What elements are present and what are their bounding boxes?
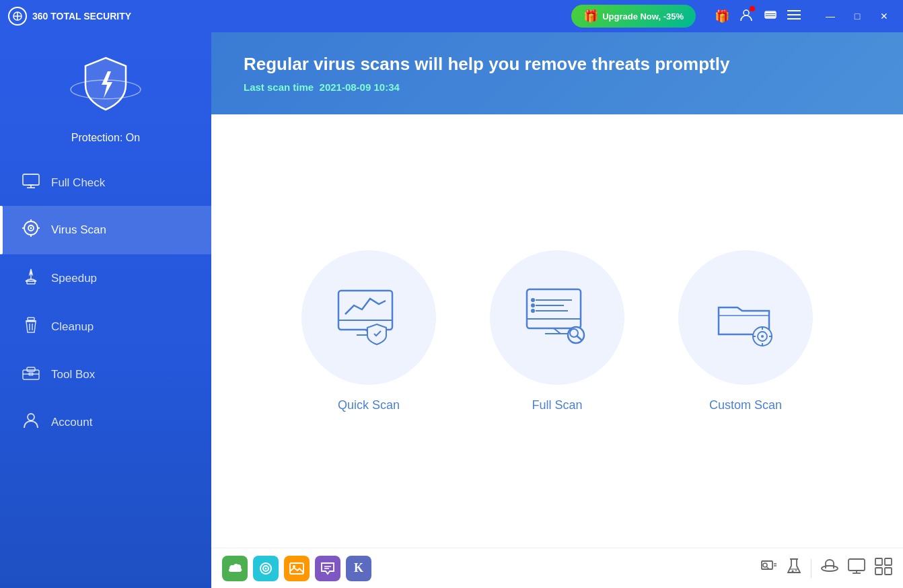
window-controls: — □ ✕ [820,5,895,27]
app-image[interactable] [284,556,310,581]
sidebar-item-full-check[interactable]: Full Check [0,160,211,206]
titlebar-center: 🎁 Upgrade Now, -35% 🎁 [571,5,895,28]
custom-scan-icon [705,284,786,351]
app-ring[interactable] [253,556,279,581]
svg-rect-81 [875,558,882,565]
sidebar-label-account: Account [51,416,92,429]
logo-icon [8,7,27,26]
custom-scan-card[interactable]: Custom Scan [678,250,813,412]
maximize-button[interactable]: □ [846,5,868,27]
svg-point-73 [792,570,794,572]
notification-dot [750,6,755,11]
bottom-bar: K [211,548,903,588]
minimize-button[interactable]: — [820,5,841,27]
svg-point-47 [531,303,535,307]
shield-icon [65,46,146,126]
app-logo: 360 TOTAL SECURITY [8,7,571,26]
svg-rect-84 [885,568,892,575]
sidebar-item-virus-scan[interactable]: Virus Scan [0,206,211,254]
sidebar: Protection: On Full Check [0,32,211,588]
quick-scan-label: Quick Scan [338,398,400,412]
custom-scan-circle [678,250,813,385]
account-icon [22,412,40,433]
svg-rect-63 [290,563,303,574]
content-area: Regular virus scans will help you remove… [211,32,903,588]
full-scan-card[interactable]: Full Scan [490,250,624,412]
last-scan-prefix: Last scan time [244,81,314,93]
sidebar-label-toolbox: Tool Box [51,368,95,381]
svg-point-3 [744,10,749,15]
virus-scan-icon [22,219,40,241]
svg-point-75 [822,566,838,571]
user-button[interactable] [739,7,754,26]
svg-rect-25 [28,318,34,320]
app-k[interactable]: K [346,556,371,581]
sidebar-item-cleanup[interactable]: Cleanup [0,303,211,351]
svg-rect-31 [29,373,33,375]
tool-grid-icon[interactable] [875,558,892,579]
app-cloud[interactable] [222,556,248,581]
sidebar-label-speedup: Speedup [51,272,97,285]
svg-point-62 [265,567,267,569]
sidebar-label-full-check: Full Check [51,176,105,190]
app-chat[interactable] [315,556,340,581]
upgrade-label: Upgrade Now, -35% [602,11,684,22]
app-name: 360 TOTAL SECURITY [32,11,131,22]
tool-flask-icon[interactable] [787,558,801,579]
divider [811,559,811,578]
hero-title: Regular virus scans will help you remove… [244,54,871,75]
sidebar-item-speedup[interactable]: Speedup [0,254,211,303]
gift-icon: 🎁 [583,9,598,24]
quick-scan-icon [328,284,409,351]
hero-subtitle: Last scan time 2021-08-09 10:34 [244,81,871,93]
svg-rect-82 [885,558,892,565]
svg-rect-29 [27,367,35,371]
svg-rect-38 [527,289,581,328]
svg-point-32 [28,414,34,420]
svg-rect-77 [848,559,865,571]
sidebar-item-toolbox[interactable]: Tool Box [0,351,211,398]
custom-scan-label: Custom Scan [709,398,782,412]
tool-monitor-icon[interactable] [848,558,865,579]
tool-search-icon[interactable] [761,558,777,579]
titlebar-actions: 🎁 [715,7,801,26]
gift-button[interactable]: 🎁 [715,9,729,24]
svg-point-48 [531,309,535,313]
theme-button[interactable] [763,7,778,26]
shield-container: Protection: On [65,46,146,144]
scan-options: Quick Scan [211,114,903,548]
svg-point-59 [761,335,764,338]
quick-scan-circle [301,250,436,385]
protection-status: Protection: On [71,132,140,144]
nav-items: Full Check Virus Scan [0,160,211,447]
svg-rect-9 [23,174,39,185]
bottom-apps: K [222,556,371,581]
sidebar-item-account[interactable]: Account [0,398,211,447]
speedup-icon [22,268,40,289]
last-scan-time: 2021-08-09 10:34 [320,81,400,93]
full-scan-icon [517,284,598,351]
svg-rect-33 [338,291,392,330]
svg-rect-83 [875,568,882,575]
tool-hat-icon[interactable] [821,559,838,578]
sidebar-label-virus-scan: Virus Scan [51,223,106,237]
full-scan-circle [490,250,624,385]
quick-scan-card[interactable]: Quick Scan [301,250,436,412]
menu-button[interactable] [787,9,801,24]
close-button[interactable]: ✕ [873,5,895,27]
cleanup-icon [22,316,40,338]
toolbox-icon [22,365,40,385]
svg-point-74 [795,570,797,571]
svg-point-19 [30,227,32,229]
monitor-icon [22,174,40,192]
sidebar-label-cleanup: Cleanup [51,320,94,334]
main-layout: Protection: On Full Check [0,32,903,588]
svg-point-46 [531,298,535,302]
full-scan-label: Full Scan [532,398,582,412]
bottom-tools [761,558,892,579]
titlebar: 360 TOTAL SECURITY 🎁 Upgrade Now, -35% 🎁 [0,0,903,32]
hero-banner: Regular virus scans will help you remove… [211,32,903,114]
upgrade-button[interactable]: 🎁 Upgrade Now, -35% [571,5,696,28]
